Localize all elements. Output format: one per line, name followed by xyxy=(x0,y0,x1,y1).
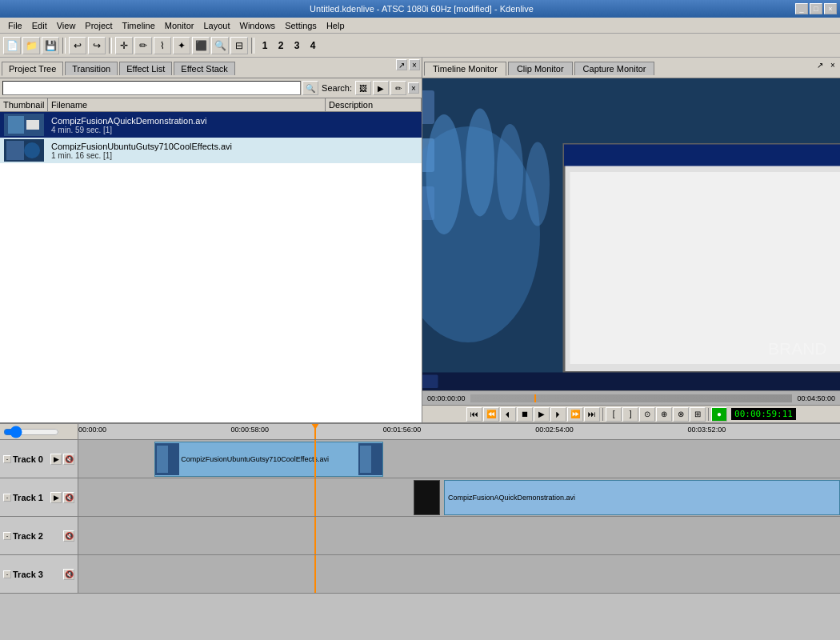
track-1-area[interactable]: CompizFusionAQuickDemonstration.avi xyxy=(78,478,840,516)
close-button[interactable]: × xyxy=(824,3,837,14)
overwrite-button[interactable]: ⊗ xyxy=(673,407,689,422)
zone-2-button[interactable]: 2 xyxy=(274,37,288,54)
menu-file[interactable]: File xyxy=(3,19,27,32)
search-input[interactable] xyxy=(2,81,301,95)
monitor-close-button[interactable]: × xyxy=(827,59,838,70)
svg-point-5 xyxy=(24,142,40,158)
open-button[interactable]: 📁 xyxy=(22,37,40,54)
track-0-mute-button[interactable]: 🔇 xyxy=(63,454,74,465)
tab-capture-monitor[interactable]: Capture Monitor xyxy=(574,62,655,75)
track-2-collapse-button[interactable]: - xyxy=(3,532,11,540)
zone-3-button[interactable]: 3 xyxy=(290,37,304,54)
mark-in-button[interactable]: [ xyxy=(606,407,622,422)
save-button[interactable]: 💾 xyxy=(42,37,59,54)
track-3-mute-button[interactable]: 🔇 xyxy=(63,569,74,580)
ruler-mark-0: 00:00:00 xyxy=(78,426,106,434)
tab-effect-stack[interactable]: Effect Stack xyxy=(174,62,235,75)
menu-settings[interactable]: Settings xyxy=(280,19,322,32)
menu-monitor[interactable]: Monitor xyxy=(160,19,199,32)
search-execute-button[interactable]: 🔍 xyxy=(302,81,318,95)
zoom-slider[interactable] xyxy=(3,428,59,436)
redo-button[interactable]: ↪ xyxy=(88,37,106,54)
thumb-placeholder-1 xyxy=(4,114,44,136)
record-button[interactable]: ● xyxy=(711,407,727,422)
menu-windows[interactable]: Windows xyxy=(235,19,281,32)
track-2-mute-button[interactable]: 🔇 xyxy=(63,530,74,542)
record-button[interactable]: ⬛ xyxy=(192,37,210,54)
menu-help[interactable]: Help xyxy=(322,19,350,32)
file-row-1[interactable]: CompizFusionAQuickDemonstration.avi 4 mi… xyxy=(0,112,422,138)
tab-effect-list[interactable]: Effect List xyxy=(119,62,172,75)
track-0: - Track 0 ▶ 🔇 CompizFusionUbuntuGutsy710… xyxy=(0,440,840,478)
maximize-button[interactable]: □ xyxy=(810,3,822,14)
select-tool-button[interactable]: ✛ xyxy=(115,37,133,54)
panel-float-button[interactable]: ↗ xyxy=(396,59,407,70)
next-frame-button[interactable]: ⏩ xyxy=(567,407,583,422)
tab-timeline-monitor[interactable]: Timeline Monitor xyxy=(424,62,506,76)
minimize-button[interactable]: _ xyxy=(795,3,808,14)
tab-clip-monitor[interactable]: Clip Monitor xyxy=(508,62,573,75)
menu-edit[interactable]: Edit xyxy=(27,19,52,32)
rewind-button[interactable]: ⏴ xyxy=(500,407,516,422)
timeline-playhead xyxy=(314,424,316,439)
track-0-area[interactable]: CompizFusionUbuntuGutsy710CoolEffects.av… xyxy=(78,440,840,478)
zone-1-button[interactable]: 1 xyxy=(258,37,272,54)
window-controls[interactable]: _ □ × xyxy=(795,3,840,14)
play-button[interactable]: ▶ xyxy=(534,407,550,422)
file-row-2[interactable]: CompizFusionUbuntuGutsy710CoolEffects.av… xyxy=(0,138,422,163)
skip-to-start-button[interactable]: ⏮ xyxy=(466,407,482,422)
new-button[interactable]: 📄 xyxy=(3,37,21,54)
split-tool-button[interactable]: ⌇ xyxy=(154,37,171,54)
menu-project[interactable]: Project xyxy=(80,19,117,32)
timeline-ruler-row: 00:00:00 00:00:58:00 00:01:56:00 00:02:5… xyxy=(0,424,840,440)
magic-tool-button[interactable]: ✦ xyxy=(173,37,190,54)
search-label: Search: xyxy=(320,83,354,93)
pencil-tool-button[interactable]: ✏ xyxy=(134,37,152,54)
track-1-mute-button[interactable]: 🔇 xyxy=(63,492,74,503)
track-3-area[interactable] xyxy=(78,555,840,593)
window-title: Untitled.kdenlive - ATSC 1080i 60Hz [mod… xyxy=(48,4,795,14)
panel-close-button[interactable]: × xyxy=(409,59,420,70)
skip-to-end-button[interactable]: ⏭ xyxy=(584,407,600,422)
track-0-collapse-button[interactable]: - xyxy=(3,455,11,463)
mark-out-button[interactable]: ] xyxy=(622,407,638,422)
track-1-collapse-button[interactable]: - xyxy=(3,494,11,502)
track-2-area[interactable] xyxy=(78,517,840,554)
svg-rect-1 xyxy=(8,116,24,134)
search-clip-button[interactable]: ▶ xyxy=(373,81,389,95)
svg-rect-31 xyxy=(360,446,371,473)
tab-project-tree[interactable]: Project Tree xyxy=(2,62,63,76)
col-thumbnail: Thumbnail xyxy=(0,98,48,111)
track-1-clip-black[interactable] xyxy=(414,480,440,515)
stop-button[interactable]: ⏹ xyxy=(517,407,533,422)
track-0-clip-1[interactable]: CompizFusionUbuntuGutsy710CoolEffects.av… xyxy=(154,442,383,477)
zoom-in-button[interactable]: 🔍 xyxy=(211,37,229,54)
fast-forward-button[interactable]: ⏵ xyxy=(550,407,566,422)
monitor-timeline-ruler[interactable]: 00:00:00:00 00:04:50:00 xyxy=(422,390,840,405)
zoom-out-button[interactable]: ⊟ xyxy=(230,37,248,54)
svg-rect-2 xyxy=(26,120,39,130)
monitor-float-button[interactable]: ↗ xyxy=(814,59,826,70)
track-0-video-button[interactable]: ▶ xyxy=(50,454,62,465)
tab-transition[interactable]: Transition xyxy=(65,62,118,75)
track-1-video-button[interactable]: ▶ xyxy=(50,492,62,503)
prev-frame-button[interactable]: ⏪ xyxy=(483,407,499,422)
insert-button[interactable]: ⊕ xyxy=(656,407,672,422)
search-thumbnail-button[interactable]: 🖼 xyxy=(355,81,371,95)
zoom-button[interactable]: ⊞ xyxy=(690,407,706,422)
extract-button[interactable]: ⊙ xyxy=(639,407,655,422)
track-3-collapse-button[interactable]: - xyxy=(3,570,11,578)
menu-layout[interactable]: Layout xyxy=(198,19,234,32)
zone-4-button[interactable]: 4 xyxy=(306,37,320,54)
track-0-header: - Track 0 ▶ 🔇 xyxy=(0,440,78,478)
menu-view[interactable]: View xyxy=(52,19,81,32)
thumb-placeholder-2 xyxy=(4,139,44,162)
toolbar-separator-1 xyxy=(62,38,66,54)
undo-button[interactable]: ↩ xyxy=(69,37,86,54)
timeline-ruler[interactable]: 00:00:00 00:00:58:00 00:01:56:00 00:02:5… xyxy=(78,424,840,439)
menu-timeline[interactable]: Timeline xyxy=(118,19,160,32)
search-panel-close-button[interactable]: × xyxy=(408,82,419,94)
track-1-clip-1[interactable]: CompizFusionAQuickDemonstration.avi xyxy=(444,480,840,515)
search-edit-button[interactable]: ✏ xyxy=(390,81,406,95)
svg-point-22 xyxy=(526,142,550,226)
